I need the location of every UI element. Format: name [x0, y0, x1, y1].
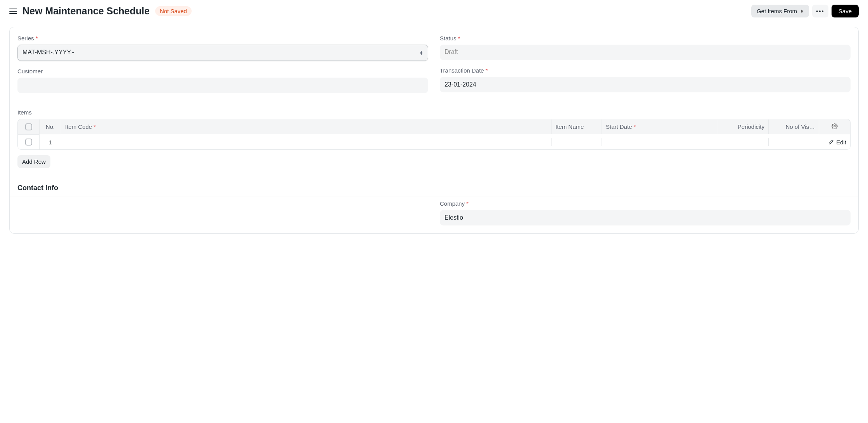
add-row-button[interactable]: Add Row [17, 155, 50, 168]
row-item-name[interactable] [552, 138, 602, 146]
items-header-row: No. Item Code Item Name Start Date Perio… [18, 119, 850, 134]
header-no: No. [40, 120, 61, 134]
header-item-code: Item Code [61, 120, 552, 134]
checkbox-icon [25, 139, 32, 146]
transaction-date-input[interactable] [440, 77, 851, 92]
field-transaction-date: Transaction Date [440, 67, 851, 92]
header-start-date: Start Date [602, 120, 718, 134]
header-periodicity: Periodicity [718, 120, 769, 134]
form-section-main: Series MAT-MSH-.YYYY.- ▲▼ Customer Statu… [10, 27, 858, 101]
column-right: Status Draft Transaction Date [440, 35, 851, 93]
more-actions-button[interactable]: ••• [812, 5, 828, 17]
toolbar-right: Get Items From ▲▼ ••• Save [751, 5, 859, 17]
items-body: 1 Edit [18, 134, 850, 149]
checkbox-icon [25, 123, 32, 130]
get-items-from-label: Get Items From [757, 8, 797, 14]
label-company: Company [440, 200, 851, 207]
row-edit-cell: Edit [819, 135, 850, 149]
row-no: 1 [40, 135, 61, 149]
label-status: Status [440, 35, 851, 42]
customer-input[interactable] [17, 78, 428, 93]
edit-row-button[interactable]: Edit [828, 139, 846, 146]
row-periodicity[interactable] [718, 138, 769, 146]
form-card: Series MAT-MSH-.YYYY.- ▲▼ Customer Statu… [9, 27, 859, 234]
field-series: Series MAT-MSH-.YYYY.- ▲▼ [17, 35, 428, 61]
series-value: MAT-MSH-.YYYY.- [18, 45, 428, 61]
header-bar: New Maintenance Schedule Not Saved Get I… [0, 0, 868, 22]
status-value[interactable]: Draft [440, 45, 851, 60]
label-transaction-date: Transaction Date [440, 67, 851, 74]
dots-icon: ••• [816, 8, 825, 14]
svg-point-0 [834, 125, 835, 127]
contact-info-heading: Contact Info [17, 184, 851, 192]
updown-icon: ▲▼ [800, 9, 804, 13]
gear-icon [832, 123, 838, 129]
edit-label: Edit [836, 139, 846, 146]
row-start-date[interactable] [602, 138, 718, 146]
updown-icon: ▲▼ [420, 50, 423, 55]
column-left: Series MAT-MSH-.YYYY.- ▲▼ Customer [17, 35, 428, 93]
row-checkbox-cell[interactable] [18, 134, 40, 149]
header-item-name: Item Name [552, 120, 602, 134]
column-right: Company [440, 200, 851, 225]
table-row[interactable]: 1 Edit [18, 134, 850, 149]
column-left-empty [17, 200, 428, 225]
items-label: Items [17, 109, 851, 116]
row-no-of-visits[interactable] [769, 138, 819, 146]
field-company: Company [440, 200, 851, 225]
field-status: Status Draft [440, 35, 851, 60]
page-title: New Maintenance Schedule [22, 5, 150, 17]
label-customer: Customer [17, 68, 428, 75]
contact-info-section: Contact Info [10, 176, 858, 196]
get-items-from-button[interactable]: Get Items From ▲▼ [751, 5, 809, 17]
header-checkbox-cell[interactable] [18, 120, 40, 134]
items-table: No. Item Code Item Name Start Date Perio… [17, 119, 851, 150]
header-no-of-visits: No of Vis… [769, 120, 819, 134]
menu-icon[interactable] [9, 9, 17, 14]
items-section: Items No. Item Code Item Name Start Date… [10, 101, 858, 176]
header-settings[interactable] [819, 119, 850, 134]
contact-info-fields: Company [10, 196, 858, 233]
pencil-icon [828, 139, 834, 145]
status-badge: Not Saved [155, 6, 192, 16]
company-input[interactable] [440, 210, 851, 225]
row-item-code[interactable] [61, 138, 552, 146]
series-select[interactable]: MAT-MSH-.YYYY.- ▲▼ [17, 45, 428, 61]
field-customer: Customer [17, 68, 428, 93]
label-series: Series [17, 35, 428, 42]
save-button[interactable]: Save [832, 5, 859, 17]
